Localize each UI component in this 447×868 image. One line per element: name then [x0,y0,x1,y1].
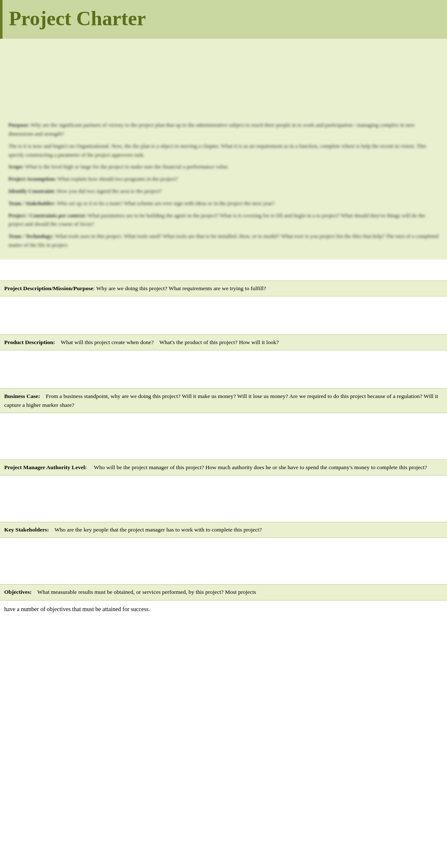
content-area-key-stakeholders [0,538,447,576]
section-key-stakeholders: Key Stakeholders: Who are the key people… [0,522,447,538]
section-desc-pm-authority: Who will be the project manager of this … [94,464,427,470]
page-container: Project Charter Purpose: Why are the sig… [0,0,447,868]
spacer-4 [0,576,447,584]
section-desc-project-description: : Why are we doing this project? What re… [93,285,266,291]
section-objectives: Objectives: What measurable results must… [0,584,447,600]
section-objectives-text: Objectives: What measurable results must… [4,588,443,596]
objectives-footer: have a number of objectives that must be… [0,601,447,627]
section-product-description: Product Description: What will this proj… [0,334,447,350]
content-area-project-description [0,296,447,334]
section-label-objectives: Objectives: [4,589,32,595]
spacer-2 [0,451,447,459]
section-pm-authority: Project Manager Authority Level: Who wil… [0,459,447,475]
section-project-description: Project Description/Mission/Purpose: Why… [0,280,447,296]
header-section: Project Charter [0,0,447,39]
content-area-pm-authority [0,475,447,513]
blurred-intro-text: Purpose: Why are the significant partner… [8,121,439,250]
section-desc2-product-description: What's the product of this project? How … [160,339,279,345]
section-project-description-text: Project Description/Mission/Purpose: Why… [4,284,443,293]
section-label-pm-authority: Project Manager Authority Level: [4,464,87,470]
content-area-business-case [0,413,447,451]
section-desc-business-case: From a business standpoint, why are we d… [4,393,438,408]
section-desc-objectives: What measurable results must be obtained… [37,589,256,595]
content-area-product-description [0,350,447,388]
section-key-stakeholders-text: Key Stakeholders: Who are the key people… [4,526,443,534]
page-title: Project Charter [9,4,146,32]
intro-image-section: Purpose: Why are the significant partner… [0,39,447,259]
section-desc1-product-description: What will this project create when done? [61,339,154,345]
section-pm-authority-text: Project Manager Authority Level: Who wil… [4,463,443,472]
section-label-product-description: Product Description: [4,339,55,345]
section-business-case-text: Business Case: From a business standpoin… [4,392,443,409]
section-product-description-text: Product Description: What will this proj… [4,338,443,347]
section-business-case: Business Case: From a business standpoin… [0,388,447,413]
objectives-footer-text: have a number of objectives that must be… [4,605,443,614]
section-label-key-stakeholders: Key Stakeholders: [4,526,49,533]
spacer-1 [0,259,447,280]
section-desc-key-stakeholders: Who are the key people that the project … [54,526,262,533]
spacer-3 [0,513,447,522]
section-label-project-description: Project Description/Mission/Purpose [4,285,93,291]
section-label-business-case: Business Case: [4,393,40,399]
